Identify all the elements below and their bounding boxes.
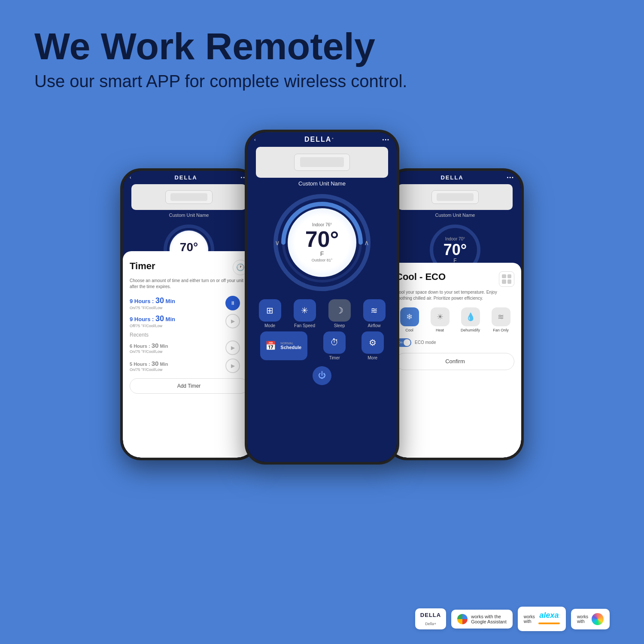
temp-unit-center: F (320, 250, 324, 257)
heat-mode-label: Heat (436, 328, 444, 332)
mode-dehumidify-btn[interactable]: 💧 Dehumidify (457, 307, 484, 332)
grid-cell-2 (507, 274, 512, 279)
timer-play-btn-2[interactable]: ▶ (225, 314, 240, 328)
back-icon-center[interactable]: ‹ (254, 137, 256, 142)
ac-unit-inner-right (437, 193, 474, 201)
google-g-icon (457, 614, 468, 624)
google-assistant-badge: works with theGoogle Assistant (451, 610, 513, 629)
ctrl-sleep[interactable]: ☽ Sleep (328, 299, 351, 328)
temp-inner-right: Indoor 70° 70° F (444, 236, 467, 263)
airflow-icon: ≋ (363, 299, 386, 322)
ctrl-airflow[interactable]: ≋ Airflow (363, 299, 386, 328)
add-timer-button[interactable]: Add Timer (130, 378, 248, 394)
brand-center-container: DELLA + (304, 136, 334, 143)
sleep-icon: ☽ (328, 299, 351, 322)
grid-cell-4 (507, 279, 512, 284)
schedule-label-container: NORMAL Schedule (280, 342, 301, 350)
status-bar-center: ‹ DELLA + ••• (247, 132, 397, 145)
timer-recent-sub-1: On/75 °F/Cool/Low (130, 349, 168, 354)
ac-unit-left (165, 190, 213, 204)
brand-left: DELLA (174, 174, 197, 181)
schedule-label: Schedule (280, 345, 301, 350)
timer-pause-btn[interactable]: ⏸ (225, 296, 240, 310)
dots-center: ••• (382, 137, 390, 142)
fanonly-mode-icon: ≋ (492, 307, 510, 326)
timer-recent-mins-1: 30 (152, 342, 159, 349)
timer-time-2: 9 Hours : 30 Min (130, 314, 175, 323)
timer-recent-2[interactable]: 5 Hours : 30 Min On/75 °F/Cool/Low ▶ › (130, 358, 248, 373)
unit-name-right: Custom Unit Name (389, 213, 521, 218)
timer-item-1[interactable]: 9 Hours : 30 Min On/75 °F/Cool/Low ⏸ › (130, 296, 248, 310)
timer-desc: Choose an amount of time and either turn… (130, 278, 248, 290)
timer-time-1: 9 Hours : 30 Min (130, 296, 175, 305)
grid-icon[interactable] (499, 271, 514, 287)
power-button[interactable]: ⏻ (313, 366, 331, 385)
temp-down-arrow[interactable]: ∨ (275, 238, 280, 246)
status-bar-right: ‹ DELLA ••• (389, 171, 521, 182)
eco-row: On ECO mode (396, 338, 514, 347)
timer-recent-1[interactable]: 6 Hours : 30 Min On/75 °F/Cool/Low ▶ › (130, 340, 248, 355)
timer-recent-mins-2: 30 (152, 360, 159, 367)
temp-val-right: 70° (444, 242, 467, 257)
mode-buttons-row: ❄ Cool ☀ Heat 💧 Dehumidify ≋ (396, 307, 514, 332)
alexa-logo: alexa (539, 611, 559, 620)
power-btn-row: ⏻ (247, 364, 397, 389)
timer-recent-time-1: 6 Hours : 30 Min (130, 342, 168, 349)
schedule-sublabel: NORMAL (280, 342, 301, 345)
alexa-works-text: works (524, 614, 535, 619)
siri-icon (592, 613, 604, 625)
airflow-label: Airflow (368, 323, 380, 328)
confirm-button[interactable]: Confirm (396, 353, 514, 370)
cool-eco-panel: Cool - ECO Cool your space down to your … (389, 263, 521, 458)
badges-row: DELLA Della+ works with theGoogle Assist… (415, 607, 610, 631)
dehumidify-mode-icon: 💧 (461, 307, 480, 326)
schedule-btn[interactable]: 📅 NORMAL Schedule (260, 331, 307, 360)
ctrl-fan[interactable]: ✳ Fan Speed (294, 299, 316, 328)
eco-label: ECO mode (415, 340, 436, 345)
grid-cell-1 (502, 274, 506, 279)
timer-icon: ⏱ (323, 331, 346, 354)
phone-right-screen: ‹ DELLA ••• Custom Unit Name (389, 171, 521, 458)
ac-unit-inner-center (300, 157, 344, 167)
headline: We Work Remotely (34, 26, 610, 67)
more-icon: ⚙ (361, 331, 384, 354)
fan-label: Fan Speed (294, 323, 315, 328)
siri-with-text: with (577, 619, 588, 624)
device-img-center (256, 147, 388, 178)
more-btn[interactable]: ⚙ More (361, 331, 384, 360)
temp-inner-center: Indoor 76° 70° F Outdoor 81° (288, 208, 356, 277)
mode-cool-btn[interactable]: ❄ Cool (396, 307, 423, 332)
ctrl-mode[interactable]: ⊞ Mode (259, 299, 281, 328)
timer-btn[interactable]: ⏱ Timer (323, 331, 346, 360)
grid-cell-3 (502, 279, 506, 284)
timer-mins-1: 30 (155, 296, 164, 305)
ac-unit-right (431, 190, 479, 204)
timer-title: Timer (130, 261, 155, 272)
mode-fanonly-btn[interactable]: ≋ Fan Only (487, 307, 514, 332)
alexa-logo-container: alexa (538, 611, 560, 627)
controls-row: ⊞ Mode ✳ Fan Speed ☽ Sleep ≋ Airflow (247, 296, 397, 330)
fanonly-mode-label: Fan Only (493, 328, 509, 332)
status-bar-left: ‹ DELLA ••• (123, 171, 255, 182)
phones-row: ‹ DELLA ••• Custom Unit Name (34, 117, 610, 568)
temp-up-arrow[interactable]: ∧ (364, 238, 369, 246)
timer-recent-play-1[interactable]: ▶ (225, 340, 240, 355)
phone-left: ‹ DELLA ••• Custom Unit Name (120, 168, 258, 460)
more-label: More (368, 355, 377, 360)
cool-mode-label: Cool (405, 328, 413, 332)
page-container: We Work Remotely Use our smart APP for c… (0, 0, 644, 644)
outdoor-label-center: Outdoor 81° (312, 258, 333, 262)
timer-item-2[interactable]: 9 Hours : 30 Min Off/75 °F/Cool/Low ▶ › (130, 314, 248, 328)
dots-right: ••• (507, 175, 514, 180)
timer-recent-sub-2: On/75 °F/Cool/Low (130, 368, 168, 372)
timer-recent-play-2[interactable]: ▶ (225, 358, 240, 373)
clock-icon: 🕐 (236, 263, 245, 271)
mode-heat-btn[interactable]: ☀ Heat (426, 307, 453, 332)
timer-recents-label: Recents (130, 332, 248, 338)
alexa-with-text: with (524, 619, 535, 624)
phone-center: ‹ DELLA + ••• Custom Unit Name (245, 130, 399, 465)
back-icon-left[interactable]: ‹ (130, 175, 131, 180)
ac-unit-center (294, 154, 350, 171)
temp-ring-center: ∨ ∧ Indoor 76° 70° F Outdoor 81° (270, 191, 374, 294)
temp-circle-center: ∨ ∧ Indoor 76° 70° F Outdoor 81° (247, 191, 397, 294)
